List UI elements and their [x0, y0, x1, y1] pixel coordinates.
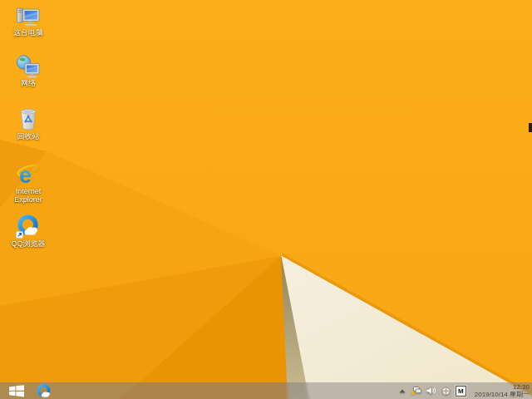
- icon-label-internet-explorer: Internet Explorer: [2, 187, 54, 204]
- icon-label-network: 网络: [2, 79, 54, 87]
- qq-browser-taskbar-icon: [36, 383, 52, 399]
- windows-logo-icon: [9, 385, 24, 397]
- wallpaper: [0, 0, 532, 399]
- volume-button[interactable]: [426, 387, 436, 395]
- recycle-bin-icon: [17, 105, 39, 131]
- desktop-icon-recycle-bin[interactable]: 回收站: [2, 105, 54, 140]
- icon-label-this-pc: 这台电脑: [2, 28, 54, 37]
- chevron-up-icon: [399, 389, 406, 393]
- screen-edge-artifact: [529, 123, 532, 132]
- system-tray: M 12:30 2019/10/14 星期一: [399, 382, 530, 399]
- desktop-icon-network[interactable]: 网络: [2, 55, 54, 87]
- desktop-screen: 这台电脑 网络: [0, 0, 532, 399]
- ime-indicator[interactable]: M: [456, 386, 466, 397]
- desktop-icon-qq-browser[interactable]: QQ浏览器: [2, 214, 54, 248]
- taskbar-qq-browser-button[interactable]: [33, 382, 53, 399]
- icon-label-recycle-bin: 回收站: [2, 132, 54, 140]
- network-status-button[interactable]: [411, 387, 421, 396]
- clock-date: 2019/10/14 星期一: [475, 391, 530, 398]
- internet-explorer-icon: e: [15, 161, 42, 186]
- safety-float-button[interactable]: [441, 387, 451, 396]
- this-pc-icon: [16, 4, 41, 27]
- qq-browser-icon: [16, 214, 41, 239]
- network-limited-icon: [411, 387, 421, 396]
- desktop-icon-internet-explorer[interactable]: e Internet Explorer: [2, 161, 54, 204]
- network-icon: [16, 55, 41, 78]
- desktop-icon-this-pc[interactable]: 这台电脑: [2, 4, 54, 37]
- icon-label-qq-browser: QQ浏览器: [2, 239, 54, 248]
- start-button[interactable]: [6, 382, 27, 399]
- taskbar-clock[interactable]: 12:30 2019/10/14 星期一: [475, 383, 530, 398]
- clock-time: 12:30: [475, 383, 530, 391]
- taskbar: M 12:30 2019/10/14 星期一: [0, 382, 532, 399]
- circle-cross-icon: [441, 387, 451, 396]
- speaker-icon: [426, 387, 436, 395]
- show-hidden-icons-button[interactable]: [399, 389, 406, 393]
